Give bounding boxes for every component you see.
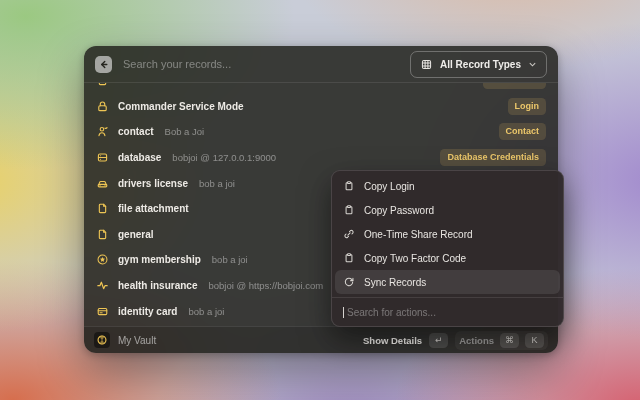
record-subtitle: Bob a Joi xyxy=(165,126,205,137)
record-subtitle: bobjoi @ 127.0.0.1:9000 xyxy=(172,152,276,163)
record-row[interactable]: database bobjoi @ 127.0.0.1:9000 Databas… xyxy=(96,145,546,171)
pulse-icon xyxy=(96,279,109,292)
text-caret xyxy=(343,307,344,318)
back-arrow-icon xyxy=(98,59,109,70)
file-icon xyxy=(96,202,109,215)
file-icon xyxy=(96,228,109,241)
menu-item-sync-records[interactable]: Sync Records xyxy=(335,270,560,294)
database-icon xyxy=(96,151,109,164)
vault-label: My Vault xyxy=(118,335,156,346)
record-type-badge: Contact xyxy=(499,123,547,140)
menu-item-label: Sync Records xyxy=(364,277,426,288)
record-type-filter-label: All Record Types xyxy=(440,59,521,70)
chevron-down-icon xyxy=(528,60,537,69)
clipboard-icon xyxy=(343,252,355,264)
record-subtitle: bob a joi xyxy=(212,254,248,265)
menu-item-one-time-share[interactable]: One-Time Share Record xyxy=(335,222,560,246)
record-type-badge: Login xyxy=(508,98,547,115)
actions-menu: Copy Login Copy Password One-Time Share … xyxy=(331,170,564,327)
menu-item-label: Copy Two Factor Code xyxy=(364,253,466,264)
menu-item-label: One-Time Share Record xyxy=(364,229,473,240)
record-title: general xyxy=(118,229,154,240)
person-icon xyxy=(96,125,109,138)
record-title: drivers license xyxy=(118,178,188,189)
record-row[interactable]: contact Bob a Joi Contact xyxy=(96,119,546,145)
show-details-button[interactable]: Show Details xyxy=(363,335,422,346)
record-type-badge: Database Credentials xyxy=(440,149,546,166)
quick-search-window: All Record Types Commander Service Mode xyxy=(84,46,558,353)
record-title: database xyxy=(118,152,161,163)
menu-divider xyxy=(332,297,563,298)
k-keycap: K xyxy=(525,333,544,348)
menu-item-copy-login[interactable]: Copy Login xyxy=(335,174,560,198)
record-title: identity card xyxy=(118,306,177,317)
footer-bar: My Vault Show Details ↵ Actions ⌘ K xyxy=(84,326,558,353)
record-title: file attachment xyxy=(118,203,189,214)
menu-item-label: Copy Password xyxy=(364,205,434,216)
record-row[interactable]: Commander Service Mode Login xyxy=(96,94,546,120)
enter-keycap[interactable]: ↵ xyxy=(429,333,448,348)
record-title: contact xyxy=(118,126,154,137)
actions-label: Actions xyxy=(459,335,494,346)
record-title: health insurance xyxy=(118,280,197,291)
record-icon-clipped xyxy=(96,83,109,87)
menu-item-copy-password[interactable]: Copy Password xyxy=(335,198,560,222)
card-icon xyxy=(96,305,109,318)
record-subtitle: bob a joi xyxy=(199,178,235,189)
search-bar: All Record Types xyxy=(84,46,558,83)
record-badge-clipped xyxy=(483,83,546,89)
grid-icon xyxy=(420,58,433,71)
link-icon xyxy=(343,228,355,240)
menu-item-label: Copy Login xyxy=(364,181,415,192)
record-title: Commander Service Mode xyxy=(118,101,244,112)
clipboard-icon xyxy=(343,204,355,216)
sync-icon xyxy=(343,276,355,288)
record-type-filter[interactable]: All Record Types xyxy=(410,51,547,78)
lock-icon xyxy=(96,100,109,113)
action-search[interactable] xyxy=(335,301,560,323)
record-subtitle: bob a joi xyxy=(188,306,224,317)
search-input[interactable] xyxy=(121,57,401,71)
cmd-keycap: ⌘ xyxy=(500,333,519,348)
footer-actions: Show Details ↵ Actions ⌘ K xyxy=(363,331,548,350)
clipboard-icon xyxy=(343,180,355,192)
record-title: gym membership xyxy=(118,254,201,265)
star-circle-icon xyxy=(96,253,109,266)
actions-button[interactable]: Actions ⌘ K xyxy=(455,331,548,350)
record-subtitle: bobjoi @ https://bobjoi.com xyxy=(208,280,323,291)
vault-logo-icon xyxy=(94,332,110,348)
action-search-input[interactable] xyxy=(345,306,552,319)
record-row-clipped[interactable] xyxy=(96,83,546,94)
back-button[interactable] xyxy=(95,56,112,73)
menu-item-copy-two-factor[interactable]: Copy Two Factor Code xyxy=(335,246,560,270)
car-icon xyxy=(96,177,109,190)
